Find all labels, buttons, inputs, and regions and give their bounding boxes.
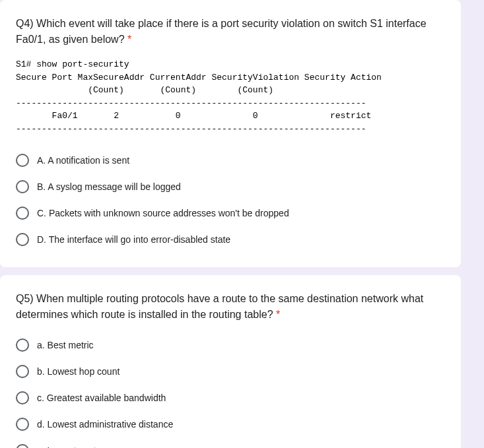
question-text-q4: Q4) Which event will take place if there…	[16, 18, 427, 45]
option-q4-b[interactable]: B. A syslog message will be logged	[16, 175, 445, 199]
option-label: B. A syslog message will be logged	[37, 181, 181, 192]
radio-icon	[16, 154, 29, 167]
radio-icon	[16, 180, 29, 193]
question-title-q4: Q4) Which event will take place if there…	[16, 16, 445, 48]
radio-icon	[16, 233, 29, 246]
radio-icon	[16, 444, 29, 448]
option-label: D. The interface will go into error-disa…	[37, 234, 230, 245]
options-group-q4: A. A notification is sent B. A syslog me…	[16, 148, 445, 251]
option-q4-d[interactable]: D. The interface will go into error-disa…	[16, 228, 445, 251]
option-q5-d[interactable]: d. Lowest administrative distance	[16, 412, 445, 436]
question-card-q5: Q5) When multiple routing protocols have…	[0, 275, 461, 448]
option-q5-b[interactable]: b. Lowest hop count	[16, 360, 445, 383]
radio-icon	[16, 338, 29, 352]
options-group-q5: a. Best metric b. Lowest hop count c. Gr…	[16, 333, 445, 448]
option-label: e. Lowest cost	[37, 445, 96, 448]
radio-icon	[16, 207, 29, 220]
question-card-q4: Q4) Which event will take place if there…	[0, 0, 461, 267]
option-label: c. Greatest available bandwidth	[37, 393, 166, 403]
radio-icon	[16, 418, 29, 431]
option-label: C. Packets with unknown source addresses…	[37, 208, 289, 218]
required-mark: *	[127, 34, 131, 45]
required-mark: *	[276, 309, 280, 320]
option-q5-a[interactable]: a. Best metric	[16, 333, 445, 357]
option-label: a. Best metric	[37, 340, 94, 350]
radio-icon	[16, 365, 29, 378]
option-q5-e[interactable]: e. Lowest cost	[16, 439, 445, 448]
option-q5-c[interactable]: c. Greatest available bandwidth	[16, 386, 445, 410]
option-label: d. Lowest administrative distance	[37, 419, 173, 430]
option-q4-a[interactable]: A. A notification is sent	[16, 148, 445, 172]
question-title-q5: Q5) When multiple routing protocols have…	[16, 291, 445, 323]
option-label: b. Lowest hop count	[37, 366, 120, 377]
cli-output: S1# show port-security Secure Port MaxSe…	[16, 58, 445, 135]
option-label: A. A notification is sent	[37, 155, 129, 166]
option-q4-c[interactable]: C. Packets with unknown source addresses…	[16, 201, 445, 225]
radio-icon	[16, 391, 29, 404]
question-text-q5: Q5) When multiple routing protocols have…	[16, 293, 423, 320]
